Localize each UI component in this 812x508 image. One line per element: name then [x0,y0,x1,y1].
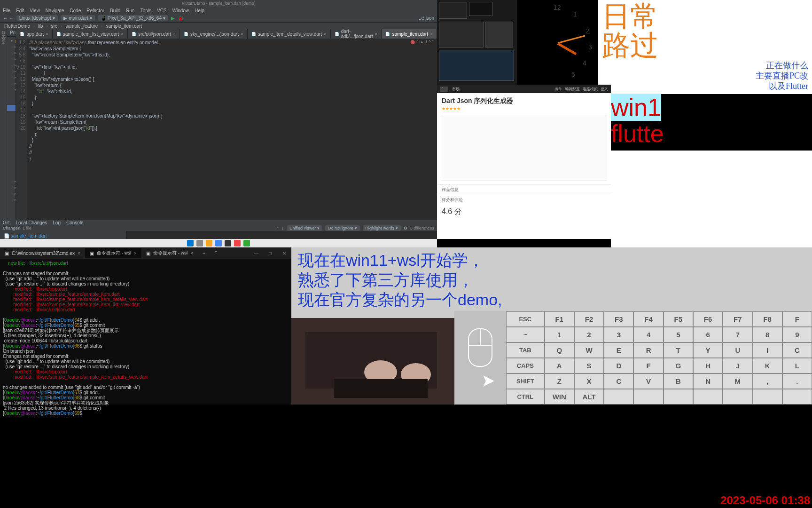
editor-tab[interactable]: 📄dart-sdk/.../json.dart× [331,29,382,39]
changes-label[interactable]: Changes [3,226,20,230]
debug-icon[interactable]: 🐞 [178,16,183,21]
vcs-tab[interactable]: Console [66,220,84,225]
tree-item[interactable]: ▾📁settings [7,129,16,135]
nav-link[interactable]: 编辑配置 [565,87,580,92]
start-icon[interactable] [187,240,194,246]
viewer-dropdown[interactable]: Unified viewer ▾ [287,225,322,231]
device-dropdown[interactable]: Linux (desktop) ▾ [16,15,58,21]
app-icon[interactable] [234,240,241,246]
menu-help[interactable]: Help [195,8,204,13]
tree-item[interactable]: 📄settings_controller.dart [7,135,16,142]
diff-prev-icon[interactable]: ↑ [277,226,279,230]
tree-item[interactable]: 📄settings_view.dart [7,148,16,154]
menu-vcs[interactable]: VCS [157,8,167,13]
menu-navigate[interactable]: Navigate [46,8,64,13]
menu-file[interactable]: File [3,8,10,13]
editor-tab[interactable]: 📄app.dart× [16,29,53,39]
tree-item[interactable]: ▾📁util [7,154,16,160]
vcs-tab[interactable]: Log [53,220,61,225]
tree-item[interactable]: ▸📁linux [7,178,16,184]
tree-item[interactable]: ▾📁sample_feature [7,105,16,111]
vcs-tabs[interactable]: Git:Local ChangesLogConsole [0,220,437,225]
tree-item[interactable]: ▸📁ios [7,80,16,87]
menu-view[interactable]: View [30,8,40,13]
menu-tools[interactable]: Tools [141,8,151,13]
nav-link[interactable]: 登入 [601,87,608,92]
tree-item[interactable]: ▸📁test [7,197,16,203]
breadcrumb-item[interactable]: lib [37,24,44,29]
run-icon[interactable]: ▶ [171,16,175,21]
menu-edit[interactable]: Edit [16,8,24,13]
vcs-tab[interactable]: Git: [3,220,10,225]
editor-tabs[interactable]: 📄app.dart×📄sample_item_list_view.dart×📄s… [16,29,437,39]
nav-history[interactable]: ← → [3,16,14,21]
menu-run[interactable]: Run [126,8,134,13]
tab-dropdown-icon[interactable]: ˅ [210,251,222,256]
tree-item[interactable]: ▸📁.dart_tool [7,44,16,50]
project-tree[interactable]: ▾📁FlutterDemo [demo] ~/git/FlutterDemo▸📁… [7,37,16,204]
code-editor[interactable]: 1 2 3 4 5 6 7 8 9 10 11 12 13 14 15 16 1… [16,39,437,220]
breadcrumb-item[interactable]: FlutterDemo [3,24,31,29]
nav-link[interactable]: 插件 [554,87,562,92]
tree-item[interactable]: ▸📁localization [7,99,16,105]
tree-item[interactable]: 📄sample_item_details_view.dart [7,117,16,123]
windows-taskbar[interactable] [0,239,437,247]
breadcrumb-item[interactable]: sample_feature [64,24,99,29]
maximize-icon[interactable]: □ [263,251,277,256]
left-tool-gutter[interactable]: Project [0,29,7,220]
breadcrumb-item[interactable]: sample_item.dart [105,24,144,29]
tree-item[interactable]: ▸📁build [7,74,16,80]
editor-tab[interactable]: 📄sample_item.dart× [382,29,437,39]
tree-item[interactable]: ▸📁.idea [7,56,16,62]
project-tab-icon[interactable]: Project [0,29,7,46]
ignore-dropdown[interactable]: Do not ignore ▾ [325,225,360,231]
terminal-tab[interactable]: ▣C:\Windows\system32\cmd.ex× [0,248,85,258]
code-body[interactable]: /// A placeholder "kw">class that repres… [27,39,437,220]
nav-link[interactable]: 电路模拟 [583,87,598,92]
plugin-topbar[interactable]: ⬛ 市场 插件编辑配置电路模拟登入 [437,85,611,93]
emulator-dropdown[interactable]: 📱 Pixel_3a_API_33_x86_64 ▾ [98,15,168,21]
highlight-dropdown[interactable]: Highlight words ▾ [363,225,401,231]
error-indicator[interactable]: ⬤ 2 ▲ 1 ^ ˅ [410,40,434,44]
tree-item[interactable]: ▸📁script [7,190,16,197]
tree-item[interactable]: ▾📁FlutterDemo [demo] ~/git/FlutterDemo [7,38,16,44]
menu-refactor[interactable]: Refactor [86,8,104,13]
terminal-tabs[interactable]: ▣C:\Windows\system32\cmd.ex×▣命令提示符 - wsl… [0,247,291,259]
tree-item[interactable]: 📄sample_item.dart [7,111,16,117]
editor-tab[interactable]: 📄sky_engine/.../json.dart× [180,29,248,39]
project-header[interactable]: Project▾ ⚙ [7,29,16,37]
tree-item[interactable]: 📄sample_item_list_view.dart [7,123,16,129]
run-config-dropdown[interactable]: ▶ main.dart ▾ [61,15,95,21]
tree-item[interactable]: ▸📁.github [7,50,16,56]
vcs-tab[interactable]: Local Changes [16,220,47,225]
android-studio-icon[interactable] [243,240,250,246]
editor-tab[interactable]: 📄sample_item_list_view.dart× [53,29,128,39]
breadcrumb-item[interactable]: src [50,24,59,29]
tree-item[interactable]: 📄settings_service.dart [7,142,16,148]
tree-item[interactable]: ▸📁android [demo_android] [7,62,16,68]
tree-item[interactable]: 📄app.dart [7,166,16,172]
tree-item[interactable]: ▸📁macos [7,184,16,190]
tree-item[interactable]: ▾📁lib [7,87,16,93]
menu-build[interactable]: Build [110,8,120,13]
menu-code[interactable]: Code [70,8,81,13]
search-icon[interactable] [196,240,203,246]
tree-item[interactable]: ▾📁src [7,93,16,99]
tree-item[interactable]: 📄main.dart [7,172,16,178]
new-tab-icon[interactable]: + [198,251,210,256]
explorer-icon[interactable] [206,240,212,246]
terminal-tab[interactable]: ▣命令提示符 - wsl× [141,248,198,258]
terminal-tab[interactable]: ▣命令提示符 - wsl× [85,248,141,258]
diff-next-icon[interactable]: ↓ [282,226,284,230]
chrome-icon[interactable] [215,240,222,246]
git-branch[interactable]: ⎇ json [419,16,434,21]
tree-item[interactable]: 📄json.dart [7,160,16,166]
menu-window[interactable]: Window [172,8,189,13]
editor-tab[interactable]: 📄src/util/json.dart× [128,29,180,39]
terminal-body[interactable]: new file: lib/src/util/json.dart Changes… [0,259,291,418]
editor-tab[interactable]: 📄sample_item_details_view.dart× [248,29,331,39]
tree-item[interactable]: ▸📁assets [7,68,16,74]
minimize-icon[interactable]: — [249,251,263,256]
gear-icon[interactable]: ⚙ [404,226,407,230]
terminal-icon[interactable] [225,240,231,246]
